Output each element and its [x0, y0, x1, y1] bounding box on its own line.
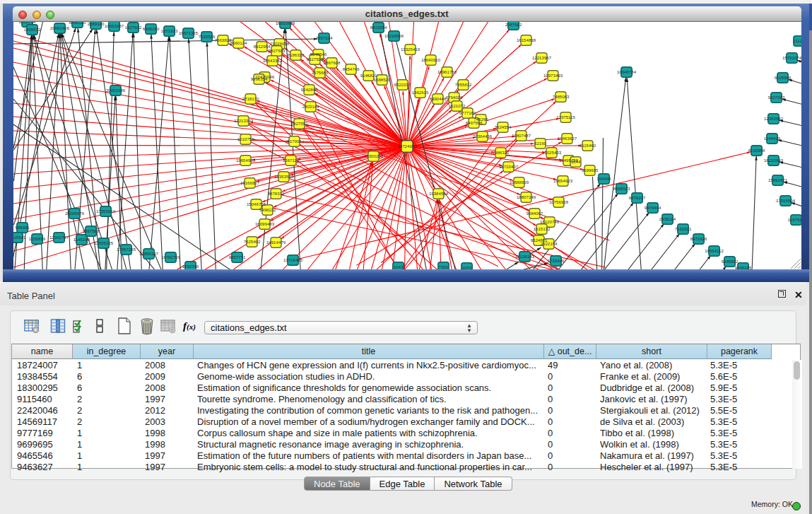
- svg-text:164095: 164095: [596, 176, 611, 181]
- svg-text:10543362: 10543362: [262, 58, 282, 63]
- svg-text:9129966: 9129966: [774, 75, 791, 80]
- svg-text:3675685: 3675685: [311, 70, 328, 75]
- svg-text:20364436: 20364436: [472, 134, 492, 139]
- svg-text:9245165: 9245165: [734, 265, 751, 269]
- svg-text:8454749: 8454749: [342, 66, 359, 71]
- svg-text:6497568: 6497568: [465, 120, 482, 125]
- svg-text:2087682: 2087682: [505, 22, 522, 27]
- svg-text:19654983: 19654983: [235, 158, 255, 163]
- svg-text:7485063: 7485063: [552, 94, 569, 99]
- svg-text:8215958: 8215958: [748, 148, 765, 153]
- svg-text:3915943: 3915943: [13, 235, 26, 240]
- svg-text:2718170: 2718170: [242, 96, 259, 101]
- svg-text:7515526: 7515526: [198, 34, 215, 39]
- svg-text:1527602: 1527602: [124, 25, 141, 30]
- svg-text:19654923: 19654923: [553, 178, 572, 183]
- svg-text:9084067: 9084067: [526, 211, 543, 216]
- svg-text:985081: 985081: [15, 225, 30, 230]
- svg-text:7382: 7382: [438, 264, 448, 269]
- svg-text:6466160: 6466160: [142, 26, 159, 31]
- svg-text:18724007: 18724007: [397, 144, 417, 148]
- svg-text:10807487: 10807487: [511, 133, 531, 138]
- svg-text:9644: 9644: [570, 159, 580, 164]
- svg-text:1167534: 1167534: [787, 217, 801, 222]
- svg-text:6879197: 6879197: [628, 195, 645, 200]
- svg-text:917006: 917006: [287, 139, 302, 144]
- svg-text:12353594: 12353594: [273, 174, 293, 179]
- svg-text:12975115: 12975115: [556, 115, 575, 119]
- svg-text:10463627: 10463627: [557, 136, 577, 141]
- svg-text:18807249: 18807249: [516, 194, 536, 199]
- svg-text:25300203: 25300203: [363, 153, 383, 158]
- svg-text:19384554: 19384554: [428, 191, 448, 196]
- svg-text:20053346: 20053346: [105, 88, 125, 93]
- svg-text:1156829: 1156829: [28, 236, 45, 241]
- svg-text:6794028: 6794028: [445, 95, 462, 100]
- svg-text:9474444: 9474444: [644, 205, 661, 210]
- svg-text:12213303: 12213303: [233, 118, 253, 123]
- svg-text:7663822: 7663822: [214, 37, 231, 42]
- svg-text:9827503: 9827503: [268, 48, 285, 53]
- svg-text:15751074: 15751074: [782, 55, 801, 60]
- svg-text:7986322: 7986322: [492, 150, 509, 155]
- svg-text:16033809: 16033809: [275, 22, 295, 25]
- svg-text:8427552: 8427552: [290, 121, 307, 126]
- svg-text:12213967: 12213967: [531, 55, 551, 60]
- svg-text:16099483: 16099483: [254, 221, 274, 226]
- svg-text:11123: 11123: [793, 38, 801, 43]
- svg-text:7955812: 7955812: [454, 82, 471, 87]
- svg-text:10654112: 10654112: [705, 248, 724, 253]
- svg-text:16961758: 16961758: [437, 69, 457, 74]
- svg-text:20691406: 20691406: [49, 25, 69, 30]
- svg-text:1244415: 1244415: [763, 136, 780, 141]
- svg-text:8990448: 8990448: [429, 96, 446, 101]
- svg-text:1733426: 1733426: [547, 258, 564, 263]
- svg-text:17957255: 17957255: [116, 247, 136, 252]
- svg-text:8660124: 8660124: [230, 40, 247, 45]
- svg-text:1043: 1043: [393, 264, 403, 269]
- svg-text:15046755: 15046755: [246, 201, 266, 206]
- svg-text:10653287: 10653287: [104, 23, 124, 28]
- svg-text:16210643: 16210643: [763, 158, 783, 163]
- svg-text:10973493: 10973493: [543, 73, 563, 78]
- svg-text:19218506: 19218506: [384, 33, 404, 38]
- svg-text:1615132: 1615132: [533, 226, 550, 231]
- svg-text:10688609: 10688609: [509, 180, 529, 185]
- svg-text:8878312: 8878312: [267, 191, 284, 196]
- svg-text:3267110: 3267110: [282, 158, 299, 163]
- svg-text:8813054: 8813054: [370, 25, 387, 30]
- svg-text:13716485: 13716485: [283, 257, 302, 262]
- svg-text:8322037: 8322037: [394, 82, 411, 87]
- svg-text:9896354: 9896354: [250, 76, 267, 81]
- svg-text:2803144: 2803144: [302, 104, 319, 109]
- svg-text:7632621: 7632621: [674, 226, 691, 231]
- svg-text:17359924: 17359924: [95, 209, 115, 214]
- svg-text:17016504: 17016504: [775, 198, 795, 203]
- svg-text:1292346: 1292346: [182, 264, 199, 269]
- svg-text:2867608: 2867608: [323, 60, 340, 65]
- svg-text:9777169: 9777169: [459, 110, 476, 115]
- svg-text:2522154: 2522154: [540, 241, 557, 246]
- svg-text:1145194: 1145194: [73, 237, 90, 242]
- svg-text:1362615: 1362615: [411, 90, 428, 95]
- svg-text:16671355: 16671355: [178, 30, 198, 35]
- svg-text:15692971: 15692971: [767, 177, 787, 182]
- svg-text:10648784: 10648784: [616, 69, 636, 74]
- svg-text:2203: 2203: [461, 265, 471, 269]
- svg-text:2935114: 2935114: [659, 216, 676, 221]
- svg-text:5498222: 5498222: [259, 207, 276, 212]
- svg-text:10756928: 10756928: [548, 199, 568, 204]
- svg-text:9699695: 9699695: [581, 168, 598, 173]
- svg-text:7357224: 7357224: [315, 35, 332, 40]
- svg-text:12093582: 12093582: [763, 116, 783, 121]
- svg-text:2089714: 2089714: [18, 22, 35, 24]
- svg-text:9857771: 9857771: [228, 255, 245, 259]
- svg-text:8896120: 8896120: [69, 22, 86, 25]
- svg-text:9848546: 9848546: [310, 52, 326, 57]
- svg-text:10958107: 10958107: [139, 251, 158, 256]
- svg-text:9997588: 9997588: [82, 228, 99, 233]
- svg-text:9115460: 9115460: [579, 143, 596, 148]
- svg-text:1621072: 1621072: [448, 103, 465, 108]
- svg-text:8958923: 8958923: [613, 186, 630, 191]
- svg-text:1588520: 1588520: [373, 77, 390, 82]
